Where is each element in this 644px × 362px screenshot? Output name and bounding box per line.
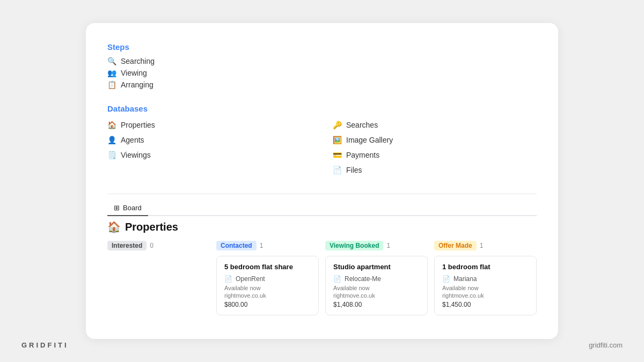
payments-icon: 💳 [333, 151, 342, 159]
card-source-1-bedroom: 📄 Mariana [442, 275, 529, 283]
card-availability-1-bedroom: Available now [442, 285, 529, 291]
kanban-board: Interested 0 Contacted 1 5 bedroom flat … [107, 241, 537, 320]
footer-brand-right: gridfiti.com [589, 341, 623, 349]
col-label-contacted: Contacted [216, 241, 257, 250]
card-price-5-bedroom: $800.00 [224, 301, 311, 308]
db-properties-label: Properties [121, 121, 155, 129]
card-5-bedroom[interactable]: 5 bedroom flat share 📄 OpenRent Availabl… [216, 256, 319, 315]
step-arranging[interactable]: 📋 Arranging [107, 80, 537, 89]
card-title-1-bedroom: 1 bedroom flat [442, 263, 529, 271]
step-viewing-label: Viewing [121, 69, 147, 77]
tab-board[interactable]: ⊞ Board [107, 201, 148, 216]
tabs-row: ⊞ Board [107, 201, 537, 216]
viewing-icon: 👥 [107, 69, 116, 77]
db-files-label: Files [346, 166, 362, 174]
col-header-offer-made: Offer Made 1 [434, 241, 537, 250]
source-name-1-bedroom: Mariana [453, 275, 477, 283]
card-website-5-bedroom: rightmove.co.uk [224, 292, 311, 299]
card-studio[interactable]: Studio apartment 📄 Relocate-Me Available… [325, 256, 428, 315]
properties-heading-label: Properties [125, 221, 178, 233]
col-header-contacted: Contacted 1 [216, 241, 319, 250]
db-image-gallery[interactable]: 🖼️ Image Gallery [333, 134, 537, 146]
card-source-5-bedroom: 📄 OpenRent [224, 275, 311, 283]
db-image-gallery-label: Image Gallery [346, 136, 393, 144]
col-offer-made: Offer Made 1 1 bedroom flat 📄 Mariana Av… [434, 241, 537, 320]
image-gallery-icon: 🖼️ [333, 136, 342, 144]
db-searches[interactable]: 🔑 Searches [333, 119, 537, 131]
col-contacted: Contacted 1 5 bedroom flat share 📄 OpenR… [216, 241, 325, 320]
col-count-contacted: 1 [260, 242, 264, 249]
card-price-1-bedroom: $1,450.00 [442, 301, 529, 308]
db-viewings-label: Viewings [121, 151, 151, 159]
col-label-viewing-booked: Viewing Booked [325, 241, 383, 250]
source-doc-icon-studio: 📄 [333, 275, 341, 283]
col-label-offer-made: Offer Made [434, 241, 477, 250]
card-1-bedroom[interactable]: 1 bedroom flat 📄 Mariana Available now r… [434, 256, 537, 315]
source-name-5-bedroom: OpenRent [236, 275, 265, 283]
col-interested: Interested 0 [107, 241, 216, 320]
viewings-icon: 🗒️ [107, 151, 116, 159]
col-count-offer-made: 1 [480, 242, 484, 249]
step-searching-label: Searching [121, 57, 155, 65]
step-viewing[interactable]: 👥 Viewing [107, 69, 537, 77]
step-searching[interactable]: 🔍 Searching [107, 57, 537, 65]
source-doc-icon-1-bedroom: 📄 [442, 275, 450, 283]
db-viewings[interactable]: 🗒️ Viewings [107, 149, 311, 161]
steps-title: Steps [107, 42, 537, 51]
main-card: Steps 🔍 Searching 👥 Viewing 📋 Arranging … [86, 23, 558, 339]
files-icon: 📄 [333, 166, 342, 174]
steps-list: 🔍 Searching 👥 Viewing 📋 Arranging [107, 57, 537, 89]
db-files[interactable]: 📄 Files [333, 164, 537, 176]
section-divider [107, 194, 537, 194]
col-count-viewing-booked: 1 [386, 242, 390, 249]
db-properties[interactable]: 🏠 Properties [107, 119, 311, 131]
db-agents[interactable]: 👤 Agents [107, 134, 311, 146]
searches-icon: 🔑 [333, 121, 342, 129]
agents-icon: 👤 [107, 136, 116, 144]
col-header-interested: Interested 0 [107, 241, 210, 250]
source-name-studio: Relocate-Me [345, 275, 381, 283]
arranging-icon: 📋 [107, 80, 116, 89]
properties-heading-icon: 🏠 [107, 220, 121, 233]
card-title-5-bedroom: 5 bedroom flat share [224, 263, 311, 271]
footer: GRIDFITI gridfiti.com [0, 341, 644, 349]
board-tab-label: Board [123, 204, 142, 212]
col-label-interested: Interested [107, 241, 147, 250]
card-price-studio: $1,408.00 [333, 301, 420, 308]
card-website-1-bedroom: rightmove.co.uk [442, 292, 529, 299]
card-availability-5-bedroom: Available now [224, 285, 311, 291]
searching-icon: 🔍 [107, 57, 116, 65]
col-viewing-booked: Viewing Booked 1 Studio apartment 📄 Relo… [325, 241, 434, 320]
properties-icon: 🏠 [107, 121, 116, 129]
databases-title: Databases [107, 104, 537, 113]
db-payments[interactable]: 💳 Payments [333, 149, 537, 161]
source-doc-icon: 📄 [224, 275, 232, 283]
step-arranging-label: Arranging [121, 80, 153, 89]
card-website-studio: rightmove.co.uk [333, 292, 420, 299]
footer-brand-left: GRIDFITI [21, 341, 69, 349]
col-header-viewing-booked: Viewing Booked 1 [325, 241, 428, 250]
card-availability-studio: Available now [333, 285, 420, 291]
db-payments-label: Payments [346, 151, 379, 159]
card-source-studio: 📄 Relocate-Me [333, 275, 420, 283]
col-count-interested: 0 [150, 242, 153, 249]
db-searches-label: Searches [346, 121, 378, 129]
db-agents-label: Agents [121, 136, 144, 144]
databases-grid: 🏠 Properties 🔑 Searches 👤 Agents 🖼️ Imag… [107, 119, 537, 176]
properties-heading: 🏠 Properties [107, 220, 537, 233]
board-tab-icon: ⊞ [114, 204, 120, 212]
card-title-studio: Studio apartment [333, 263, 420, 271]
